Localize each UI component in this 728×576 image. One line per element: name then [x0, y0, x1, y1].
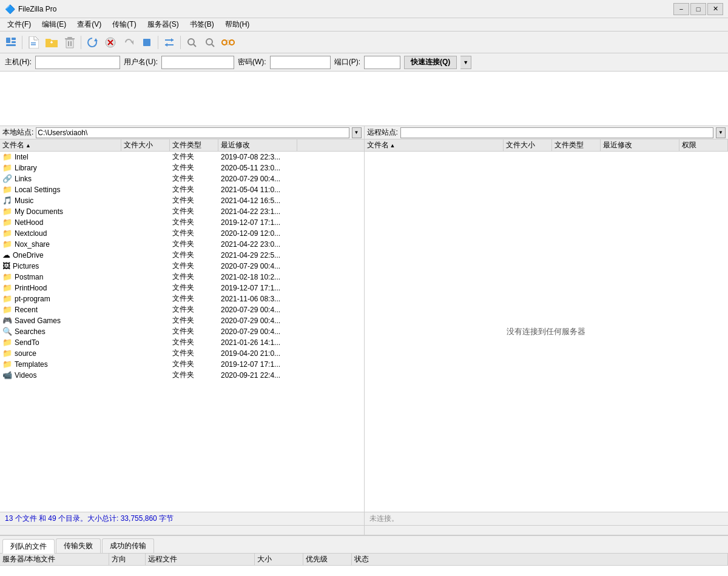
menu-view[interactable]: 查看(V): [72, 19, 106, 31]
local-col-type[interactable]: 文件类型: [170, 139, 218, 151]
menu-transfer[interactable]: 传输(T): [107, 19, 141, 31]
transfer-col-direction[interactable]: 方向: [109, 554, 146, 565]
minimize-button[interactable]: −: [673, 3, 689, 15]
local-file-row[interactable]: 📁 Templates 文件夹 2019-12-07 17:1...: [0, 359, 364, 370]
menu-server[interactable]: 服务器(S): [143, 19, 184, 31]
menu-file[interactable]: 文件(F): [2, 19, 36, 31]
local-file-row[interactable]: 📁 NetHood 文件夹 2019-12-07 17:1...: [0, 217, 364, 228]
local-file-row[interactable]: 🔗 Links 文件夹 2020-07-29 00:4...: [0, 173, 364, 184]
file-name: NetHood: [15, 218, 43, 227]
local-location-input[interactable]: [36, 127, 349, 138]
local-file-row[interactable]: 🎵 Music 文件夹 2021-04-12 16:5...: [0, 195, 364, 206]
menu-bookmark[interactable]: 书签(B): [185, 19, 219, 31]
remote-file-list[interactable]: 没有连接到任何服务器: [365, 152, 729, 512]
file-cell-modified: 2020-12-09 12:0...: [218, 228, 297, 238]
delete-button[interactable]: [61, 34, 78, 51]
transfer-col-remote-file[interactable]: 远程文件: [146, 554, 255, 565]
local-file-row[interactable]: 📁 Recent 文件夹 2020-07-29 00:4...: [0, 304, 364, 315]
menu-edit[interactable]: 编辑(E): [37, 19, 71, 31]
folder-icon: 📁: [2, 163, 12, 172]
local-file-row[interactable]: 🎮 Saved Games 文件夹 2020-07-29 00:4...: [0, 315, 364, 326]
file-cell-modified: 2021-02-18 10:2...: [218, 272, 297, 282]
search2-button[interactable]: [201, 34, 218, 51]
local-col-filename[interactable]: 文件名 ▲: [0, 139, 121, 151]
local-file-row[interactable]: 📁 Nextcloud 文件夹 2020-12-09 12:0...: [0, 228, 364, 239]
remote-col-size[interactable]: 文件大小: [504, 139, 552, 151]
local-file-row[interactable]: 🖼 Pictures 文件夹 2020-07-29 00:4...: [0, 261, 364, 272]
file-cell-size: [121, 195, 170, 206]
tab-queued-files[interactable]: 列队的文件: [2, 539, 55, 554]
local-file-list[interactable]: 📁 Intel 文件夹 2019-07-08 22:3... 📁 Library…: [0, 152, 364, 512]
local-file-row[interactable]: 📁 Intel 文件夹 2019-07-08 22:3...: [0, 152, 364, 162]
maximize-button[interactable]: □: [690, 3, 706, 15]
local-file-row[interactable]: 📁 Postman 文件夹 2021-02-18 10:2...: [0, 272, 364, 283]
quickconnect-dropdown[interactable]: ▼: [460, 56, 471, 69]
local-file-row[interactable]: 📁 My Documents 文件夹 2021-04-22 23:1...: [0, 206, 364, 217]
local-file-row[interactable]: 📁 pt-program 文件夹 2021-11-06 08:3...: [0, 293, 364, 304]
remote-location-dropdown[interactable]: ▼: [716, 127, 726, 138]
transfer-col-status[interactable]: 状态: [352, 554, 728, 565]
compare-button[interactable]: [220, 34, 237, 51]
local-file-row[interactable]: 📁 source 文件夹 2019-04-20 21:0...: [0, 348, 364, 359]
remote-col-permissions[interactable]: 权限: [679, 139, 728, 151]
horizontal-scroll-area[interactable]: [0, 525, 728, 535]
new-file-button[interactable]: [25, 34, 42, 51]
tab-successful-transfers[interactable]: 成功的传输: [102, 538, 154, 553]
file-name: Templates: [15, 360, 48, 369]
username-input[interactable]: [161, 56, 234, 69]
local-file-row[interactable]: 🔍 Searches 文件夹 2020-07-29 00:4...: [0, 326, 364, 337]
local-file-row[interactable]: ☁ OneDrive 文件夹 2021-04-29 22:5...: [0, 250, 364, 261]
host-input[interactable]: [35, 56, 120, 69]
svg-rect-4: [31, 42, 36, 44]
remote-h-scroll[interactable]: [365, 526, 729, 535]
port-input[interactable]: [364, 56, 400, 69]
host-label: 主机(H):: [5, 57, 32, 67]
password-input[interactable]: [270, 56, 331, 69]
transfer-col-server-local[interactable]: 服务器/本地文件: [0, 554, 109, 565]
folder-icon: 📁: [2, 185, 12, 194]
menu-help[interactable]: 帮助(H): [220, 19, 255, 31]
local-file-row[interactable]: 📁 Library 文件夹 2020-05-11 23:0...: [0, 162, 364, 173]
local-col-modified[interactable]: 最近修改: [218, 139, 297, 151]
file-cell-type: 文件夹: [170, 173, 218, 184]
file-cell-modified: 2019-12-07 17:1...: [218, 217, 297, 227]
tab-failed-transfers[interactable]: 传输失败: [56, 538, 101, 553]
remote-file-list-header: 文件名 ▲ 文件大小 文件类型 最近修改 权限: [365, 139, 729, 152]
local-location-dropdown[interactable]: ▼: [352, 127, 362, 138]
folder-icon: 🔍: [2, 327, 12, 336]
local-file-row[interactable]: 📁 SendTo 文件夹 2021-01-26 14:1...: [0, 337, 364, 348]
file-cell-size: [121, 152, 170, 162]
close-button[interactable]: ✕: [707, 3, 723, 15]
local-file-row[interactable]: 📁 Local Settings 文件夹 2021-05-04 11:0...: [0, 184, 364, 195]
refresh-button[interactable]: [84, 34, 101, 51]
remote-col-type[interactable]: 文件类型: [552, 139, 601, 151]
transfer-col-priority[interactable]: 优先级: [303, 554, 352, 565]
file-cell-type: 文件夹: [170, 326, 218, 337]
quickconnect-button[interactable]: 快速连接(Q): [404, 56, 457, 69]
reconnect-button[interactable]: [120, 34, 137, 51]
new-folder-button[interactable]: [43, 34, 60, 51]
stop-button[interactable]: [138, 34, 155, 51]
local-file-row[interactable]: 📁 Nox_share 文件夹 2021-04-22 23:0...: [0, 239, 364, 250]
transfer-settings-button[interactable]: [161, 34, 178, 51]
file-cell-name: 📁 Nextcloud: [0, 228, 121, 238]
file-cell-size: [121, 348, 170, 358]
cancel-button[interactable]: [102, 34, 119, 51]
local-col-size[interactable]: 文件大小: [121, 139, 170, 151]
local-file-row[interactable]: 📁 PrintHood 文件夹 2019-12-07 17:1...: [0, 283, 364, 293]
file-cell-name: 🎮 Saved Games: [0, 315, 121, 326]
local-h-scroll[interactable]: [0, 526, 365, 535]
remote-location-input[interactable]: [400, 127, 713, 138]
file-cell-type: 文件夹: [170, 315, 218, 326]
svg-point-24: [206, 39, 212, 45]
local-file-row[interactable]: 📹 Videos 文件夹 2020-09-21 22:4...: [0, 370, 364, 381]
file-cell-size: [121, 250, 170, 260]
file-cell-name: 📁 PrintHood: [0, 283, 121, 293]
site-manager-button[interactable]: [2, 34, 19, 51]
remote-col-filename[interactable]: 文件名 ▲: [365, 139, 504, 151]
svg-line-23: [194, 44, 196, 47]
file-cell-modified: 2021-04-12 16:5...: [218, 195, 297, 206]
search-button[interactable]: [183, 34, 200, 51]
remote-col-modified[interactable]: 最近修改: [601, 139, 679, 151]
transfer-col-size[interactable]: 大小: [255, 554, 303, 565]
